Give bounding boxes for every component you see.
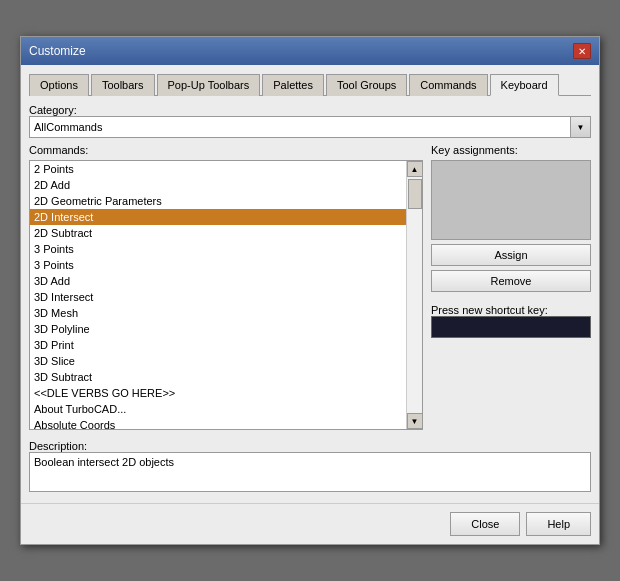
tab-tool-groups[interactable]: Tool Groups [326, 74, 407, 96]
scroll-thumb[interactable] [408, 179, 422, 209]
key-assignments-list [431, 160, 591, 240]
dialog-content: Options Toolbars Pop-Up Toolbars Palette… [21, 65, 599, 503]
titlebar: Customize ✕ [21, 37, 599, 65]
category-dropdown[interactable]: AllCommands [29, 116, 571, 138]
category-row: AllCommands ▼ [29, 116, 591, 138]
list-item[interactable]: <<DLE VERBS GO HERE>> [30, 385, 406, 401]
shortcut-label: Press new shortcut key: [431, 304, 591, 316]
tab-commands[interactable]: Commands [409, 74, 487, 96]
help-button[interactable]: Help [526, 512, 591, 536]
commands-list-container: 2 Points 2D Add 2D Geometric Parameters … [29, 160, 423, 430]
scroll-down-button[interactable]: ▼ [407, 413, 423, 429]
assignment-buttons: Assign Remove [431, 244, 591, 292]
list-item[interactable]: 3D Subtract [30, 369, 406, 385]
category-dropdown-arrow[interactable]: ▼ [571, 116, 591, 138]
list-item[interactable]: 2 Points [30, 161, 406, 177]
category-section: Category: AllCommands ▼ [29, 104, 591, 138]
list-item[interactable]: 3 Points [30, 241, 406, 257]
description-label: Description: [29, 440, 591, 452]
assign-button[interactable]: Assign [431, 244, 591, 266]
list-item[interactable]: 3D Polyline [30, 321, 406, 337]
shortcut-section: Press new shortcut key: [431, 304, 591, 338]
list-item[interactable]: About TurboCAD... [30, 401, 406, 417]
scroll-up-button[interactable]: ▲ [407, 161, 423, 177]
tab-options[interactable]: Options [29, 74, 89, 96]
tab-toolbars[interactable]: Toolbars [91, 74, 155, 96]
window-title: Customize [29, 44, 86, 58]
list-item[interactable]: 2D Geometric Parameters [30, 193, 406, 209]
close-window-button[interactable]: ✕ [573, 43, 591, 59]
list-item[interactable]: 3D Intersect [30, 289, 406, 305]
list-item[interactable]: 3D Print [30, 337, 406, 353]
list-item[interactable]: 3D Slice [30, 353, 406, 369]
description-section: Description: Boolean intersect 2D object… [29, 440, 591, 495]
tab-bar: Options Toolbars Pop-Up Toolbars Palette… [29, 73, 591, 96]
commands-list: 2 Points 2D Add 2D Geometric Parameters … [30, 161, 406, 429]
key-assignments-panel: Key assignments: Assign Remove Press new… [431, 144, 591, 430]
commands-scrollbar[interactable]: ▲ ▼ [406, 161, 422, 429]
close-button[interactable]: Close [450, 512, 520, 536]
keyboard-panel: Category: AllCommands ▼ Commands: 2 Poin… [29, 104, 591, 495]
tab-keyboard[interactable]: Keyboard [490, 74, 559, 96]
tab-popup-toolbars[interactable]: Pop-Up Toolbars [157, 74, 261, 96]
list-item[interactable]: 3 Points [30, 257, 406, 273]
key-assignments-label: Key assignments: [431, 144, 591, 156]
list-item[interactable]: 3D Add [30, 273, 406, 289]
list-item[interactable]: 2D Subtract [30, 225, 406, 241]
dialog-footer: Close Help [21, 503, 599, 544]
commands-panel: Commands: 2 Points 2D Add 2D Geometric P… [29, 144, 423, 430]
shortcut-input[interactable] [431, 316, 591, 338]
remove-button[interactable]: Remove [431, 270, 591, 292]
list-item-selected[interactable]: 2D Intersect [30, 209, 406, 225]
commands-label: Commands: [29, 144, 423, 156]
customize-window: Customize ✕ Options Toolbars Pop-Up Tool… [20, 36, 600, 545]
commands-key-row: Commands: 2 Points 2D Add 2D Geometric P… [29, 144, 591, 430]
list-item[interactable]: 2D Add [30, 177, 406, 193]
description-text: Boolean intersect 2D objects [29, 452, 591, 492]
list-item[interactable]: Absolute Coords [30, 417, 406, 429]
list-item[interactable]: 3D Mesh [30, 305, 406, 321]
tab-palettes[interactable]: Palettes [262, 74, 324, 96]
category-label: Category: [29, 104, 591, 116]
